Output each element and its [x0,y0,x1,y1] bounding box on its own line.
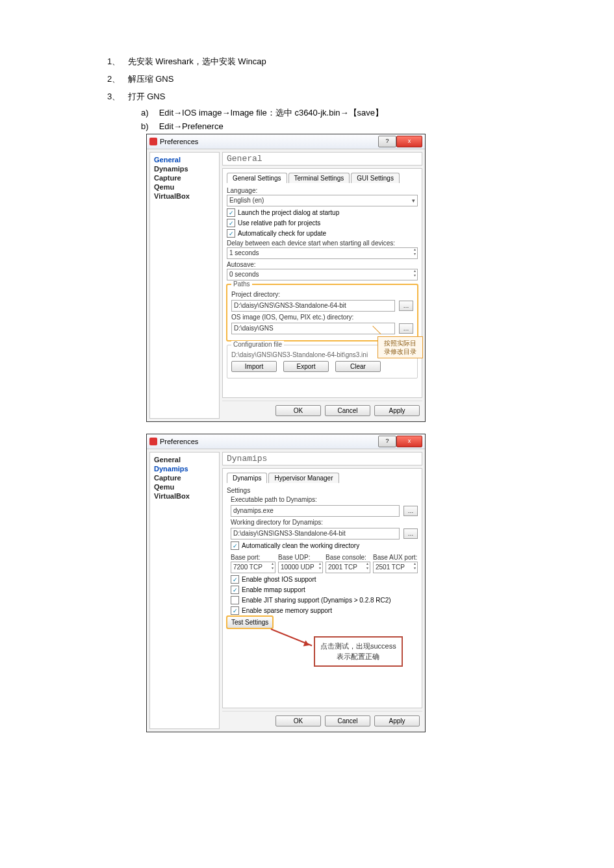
panel-header: General [222,152,422,166]
ok-button[interactable]: OK [275,405,321,416]
checkbox-update-label: Automatically check for update [238,230,326,237]
step-2: 2、 解压缩 GNS [107,73,507,86]
cancel-button[interactable]: Cancel [325,715,370,726]
app-icon [149,438,157,445]
check-icon: ✓ [227,208,235,217]
exec-label: Executable path to Dynamips: [231,496,418,503]
autosave-label: Autosave: [227,261,418,268]
check-icon: ✓ [231,575,239,584]
autosave-input[interactable]: 0 seconds [227,269,418,280]
paths-group: Paths Project directory: D:\daisy\GNS\GN… [227,284,418,341]
step-2-num: 2、 [107,73,125,86]
settings-title: Settings [227,487,418,494]
sidebar-item-dynamips[interactable]: Dynamips [154,464,215,473]
projdir-browse-button[interactable]: … [399,301,413,311]
config-file-title: Configuration file [231,341,284,348]
sidebar-item-general[interactable]: General [154,455,215,464]
apply-button[interactable]: Apply [374,715,420,726]
checkbox-ghost-ios[interactable]: ✓ Enable ghost IOS support [231,575,418,584]
sidebar-item-qemu[interactable]: Qemu [154,482,215,491]
paths-callout: 按照实际目 录修改目录 [377,336,423,358]
checkbox-mmap[interactable]: ✓ Enable mmap support [231,586,418,594]
checkbox-relative-path[interactable]: ✓ Use relative path for projects [227,219,418,227]
checkbox-launch-dialog[interactable]: ✓ Launch the project dialog at startup [227,208,418,217]
sidebar-item-general[interactable]: General [154,155,215,164]
export-button[interactable]: Export [283,361,329,372]
workdir-label: Working directory for Dynamips: [231,519,418,526]
delay-input[interactable]: 1 seconds [227,247,418,259]
step-2-text: 解压缩 GNS [128,74,174,84]
checkbox-sparse[interactable]: ✓ Enable sparse memory support [231,606,418,615]
checkbox-jit-label: Enable JIT sharing support (Dynamips > 0… [242,597,391,604]
close-button[interactable]: x [396,436,422,447]
step-3: 3、 打开 GNS [107,90,507,104]
check-icon: ✓ [227,229,235,238]
projdir-label: Project directory: [231,291,413,298]
check-icon [231,596,239,604]
general-panel: General Settings Terminal Settings GUI S… [222,168,422,398]
exec-input[interactable]: dynamips.exe [231,505,400,517]
step-1: 1、 先安装 Wireshark，选中安装 Wincap [107,55,507,69]
base-udp-label: Base UDP: [278,554,323,561]
titlebar[interactable]: Preferences ? x [147,134,425,149]
step-3b-text: Edit→Prefenerce [159,121,224,131]
osimg-label: OS image (IOS, Qemu, PIX etc.) directory… [231,314,413,321]
tab-dynamips[interactable]: Dynamips [227,473,267,483]
base-aux-input[interactable]: 2501 TCP [373,562,418,573]
sidebar-item-virtualbox[interactable]: VirtualBox [154,192,215,201]
apply-button[interactable]: Apply [374,405,420,416]
workdir-browse-button[interactable]: … [403,528,418,539]
window-title: Preferences [160,438,378,445]
checkbox-ghost-label: Enable ghost IOS support [242,576,316,583]
base-console-label: Base console: [326,554,370,561]
titlebar[interactable]: Preferences ? x [147,434,425,449]
test-annotation-text: 点击测试，出现success 表示配置正确 [320,642,396,660]
checkbox-launch-label: Launch the project dialog at startup [238,209,339,216]
base-aux-label: Base AUX port: [373,554,418,561]
test-settings-button[interactable]: Test Settings [227,616,273,628]
checkbox-auto-clean[interactable]: ✓ Automatically clean the working direct… [231,541,418,550]
step-3a-letter: a) [141,108,157,118]
checkbox-sparse-label: Enable sparse memory support [242,607,332,614]
sidebar-item-dynamips[interactable]: Dynamips [154,164,215,173]
preferences-window-general: Preferences ? x General Dynamips Capture… [146,134,426,422]
check-icon: ✓ [231,541,239,550]
clear-button[interactable]: Clear [335,361,381,372]
close-button[interactable]: x [396,136,422,147]
help-button[interactable]: ? [378,136,396,147]
base-udp-input[interactable]: 10000 UDP [278,562,323,573]
delay-label: Delay between each device start when sta… [227,240,418,247]
sidebar-item-capture[interactable]: Capture [154,173,215,182]
cancel-button[interactable]: Cancel [325,405,370,416]
language-label: Language: [227,187,418,194]
help-button[interactable]: ? [378,436,396,447]
exec-browse-button[interactable]: … [403,506,418,516]
window-title: Preferences [160,138,378,145]
checkbox-auto-update[interactable]: ✓ Automatically check for update [227,229,418,238]
check-icon: ✓ [227,219,235,227]
step-3-text: 打开 GNS [128,92,166,101]
import-button[interactable]: Import [231,361,277,372]
test-annotation: 点击测试，出现success 表示配置正确 [314,636,403,667]
sidebar-item-qemu[interactable]: Qemu [154,182,215,192]
sidebar-item-virtualbox[interactable]: VirtualBox [154,491,215,501]
tab-terminal-settings[interactable]: Terminal Settings [288,173,350,183]
osimg-input[interactable]: D:\daisy\GNS [231,323,395,334]
checkbox-jit[interactable]: Enable JIT sharing support (Dynamips > 0… [231,596,418,604]
preferences-window-dynamips: Preferences ? x General Dynamips Capture… [146,434,426,732]
checkbox-relative-label: Use relative path for projects [238,219,320,227]
tab-general-settings[interactable]: General Settings [227,173,287,183]
sidebar-item-capture[interactable]: Capture [154,473,215,482]
ok-button[interactable]: OK [275,715,321,726]
base-port-input[interactable]: 7200 TCP [231,562,275,573]
osimg-browse-button[interactable]: … [399,323,413,334]
settings-group: Settings Executable path to Dynamips: dy… [227,487,418,615]
language-select[interactable]: English (en) [227,195,418,206]
tab-gui-settings[interactable]: GUI Settings [351,173,400,183]
projdir-input[interactable]: D:\daisy\GNS\GNS3-Standalone-64-bit [231,300,395,312]
step-3b: b) Edit→Prefenerce [141,121,507,131]
workdir-input[interactable]: D:\daisy\GNS\GNS3-Standalone-64-bit [231,528,400,539]
tab-hypervisor-manager[interactable]: Hypervisor Manager [268,473,339,483]
base-console-input[interactable]: 2001 TCP [326,562,370,573]
step-3-num: 3、 [107,90,125,104]
